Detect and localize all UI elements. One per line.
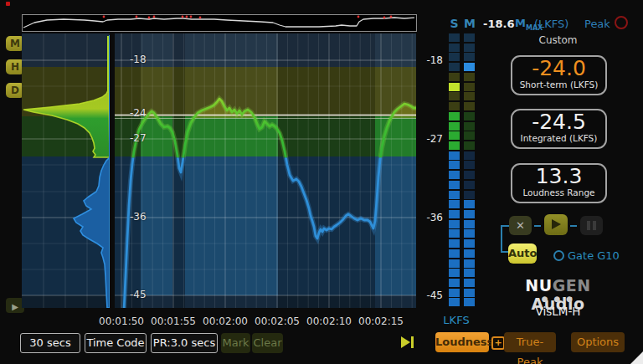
meter-m-segment <box>464 53 475 61</box>
graph-y-label: -27 <box>130 132 147 144</box>
truepeak-waveform <box>23 15 414 29</box>
meter-s-segment <box>449 289 460 297</box>
transport-connector <box>502 225 509 227</box>
mmax-value: -18.6 <box>483 18 514 30</box>
meter-m-segment <box>464 122 475 131</box>
meter-scale-label: -27 <box>423 133 443 145</box>
meter-m-segment <box>464 73 475 81</box>
graph-x-label: 00:01:50 <box>99 315 144 327</box>
preset-name[interactable]: Custom <box>511 34 605 46</box>
meter-m-segment <box>464 181 475 189</box>
meter-m-segment <box>464 200 475 208</box>
truepeak-tab-button[interactable]: True-Peak <box>504 332 556 352</box>
meter-s-segment <box>449 131 460 140</box>
skip-to-end-icon <box>411 336 414 348</box>
timecode-button[interactable]: Time Code <box>85 333 147 353</box>
gate-radio-button[interactable] <box>553 250 564 261</box>
skip-to-end-button[interactable] <box>400 335 417 350</box>
meter-s-segment <box>449 269 460 277</box>
meter-s-segment <box>449 112 460 120</box>
meter-s-segment <box>449 171 460 179</box>
meter-s-segment <box>449 151 460 160</box>
transport-connector <box>570 225 577 227</box>
meter-s-segment <box>449 239 460 248</box>
meter-s-segment <box>449 161 460 169</box>
meter-m-segment <box>464 141 475 150</box>
meter-m-segment <box>464 161 475 169</box>
clear-button[interactable]: Clear <box>252 333 283 353</box>
meter-s-segment <box>449 298 460 306</box>
meter-s-segment <box>449 53 460 61</box>
meter-units-label: LKFS <box>429 314 484 326</box>
play-icon: ▶ <box>12 302 18 311</box>
logo-dots: ● ● ● <box>502 295 614 303</box>
meter-m-segment <box>464 63 475 71</box>
mark-button[interactable]: Mark <box>221 333 250 353</box>
meter-s-segment <box>449 279 460 287</box>
meter-m-segment <box>464 239 475 248</box>
integrated-readout[interactable]: -24.5 Integrated (LKFS) <box>511 109 607 149</box>
meter-s-segment <box>449 141 460 150</box>
meter-m-segment <box>464 298 475 306</box>
meter-scale-label: -45 <box>423 290 443 301</box>
product-name: VisLM-H <box>502 305 614 318</box>
meter-scale-label: -36 <box>423 212 443 223</box>
graph-x-label: 00:02:15 <box>358 315 404 327</box>
vislm-plugin-window: M H D ▶ -18-24-27-36-45 00:01:5000:01:55… <box>0 0 643 364</box>
integrated-label: Integrated (LKFS) <box>512 133 605 143</box>
peak-indicator-light[interactable] <box>615 16 628 29</box>
loudness-range-readout[interactable]: 13.3 Loudness Range <box>511 163 607 203</box>
meter-m-segment <box>464 289 475 297</box>
meter-m-segment <box>464 112 475 120</box>
skip-to-end-icon <box>401 336 410 348</box>
record-indicator-dot <box>6 2 10 6</box>
meter-m-segment <box>464 44 475 52</box>
auto-button[interactable]: Auto <box>508 244 537 264</box>
transport-connector <box>534 225 541 227</box>
meter-m-segment <box>464 131 475 140</box>
short-term-readout[interactable]: -24.0 Short-term (LKFS) <box>511 55 607 95</box>
meter-s-segment <box>449 122 460 131</box>
truepeak-overview-strip[interactable] <box>22 14 417 32</box>
meter-m-segment <box>464 269 475 277</box>
options-button[interactable]: Options <box>571 332 625 352</box>
graph-y-label: -45 <box>130 289 147 300</box>
meter-s-segment <box>449 249 460 258</box>
meter-m-segment <box>464 259 475 268</box>
meter-m-segment <box>464 171 475 179</box>
loudness-trace <box>115 33 416 308</box>
reset-button[interactable]: ✕ <box>509 216 532 235</box>
meter-m-segment <box>464 249 475 258</box>
meter-s-segment <box>449 191 460 199</box>
short-term-value: -24.0 <box>512 57 605 79</box>
meter-s-segment <box>449 210 460 218</box>
pause-button[interactable] <box>580 216 603 235</box>
meter-s-segment <box>449 44 460 52</box>
resize-handle[interactable] <box>630 351 643 364</box>
loudness-histogram-panel[interactable] <box>22 33 110 308</box>
graph-y-label: -18 <box>130 54 147 65</box>
graph-y-label: -36 <box>130 211 147 223</box>
meter-s-header: S <box>449 17 460 30</box>
graph-x-label: 00:02:05 <box>255 315 300 327</box>
meter-m-segment <box>464 102 475 110</box>
meter-m-segment <box>464 83 475 91</box>
loudness-history-graph[interactable] <box>115 33 416 308</box>
pr-window-button[interactable]: PR:3.0 secs <box>151 333 218 353</box>
loudness-range-label: Loudness Range <box>512 187 605 197</box>
meter-s-segment <box>449 200 460 208</box>
meter-m-segment <box>464 151 475 160</box>
graph-y-label: -24 <box>130 107 147 119</box>
meter-s-segment <box>449 73 460 81</box>
meter-s-segment <box>449 181 460 189</box>
meter-s-segment <box>449 92 460 100</box>
integrated-value: -24.5 <box>512 110 605 133</box>
meter-s-segment <box>449 102 460 110</box>
link-plus-button[interactable]: + <box>491 336 505 350</box>
loudness-range-value: 13.3 <box>512 165 605 187</box>
graph-x-label: 00:01:55 <box>151 315 196 327</box>
meter-s-segment <box>449 220 460 228</box>
loudness-tab-button[interactable]: Loudness <box>435 332 489 352</box>
play-button[interactable] <box>544 214 568 235</box>
history-window-button[interactable]: 30 secs <box>20 333 80 353</box>
